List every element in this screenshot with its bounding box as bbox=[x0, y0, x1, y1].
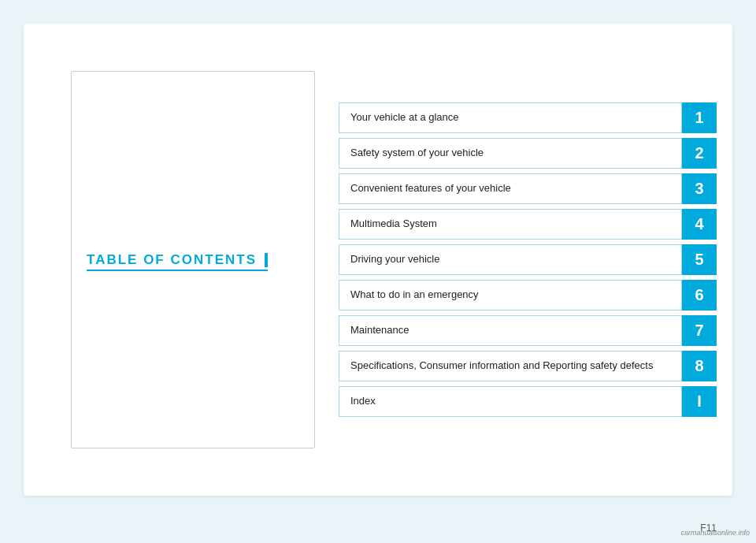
toc-number-4: 4 bbox=[682, 209, 717, 240]
toc-row[interactable]: Specifications, Consumer information and… bbox=[339, 351, 717, 381]
toc-number-2: 2 bbox=[682, 138, 717, 169]
toc-number-5: 5 bbox=[682, 244, 717, 275]
toc-title-underline bbox=[87, 270, 268, 271]
toc-title-text: TABLE OF CONTENTS bbox=[87, 252, 257, 268]
right-panel: Your vehicle at a glance1Safety system o… bbox=[331, 24, 732, 496]
toc-label-4: Multimedia System bbox=[339, 209, 682, 240]
toc-title: TABLE OF CONTENTS bbox=[87, 252, 268, 268]
toc-row[interactable]: IndexI bbox=[339, 386, 717, 417]
page-container: TABLE OF CONTENTS Your vehicle at a glan… bbox=[24, 24, 732, 496]
toc-row[interactable]: Maintenance7 bbox=[339, 315, 717, 346]
toc-row[interactable]: Convenient features of your vehicle3 bbox=[339, 173, 717, 204]
toc-number-3: 3 bbox=[682, 173, 717, 204]
toc-label-7: Maintenance bbox=[339, 315, 682, 346]
toc-row[interactable]: Your vehicle at a glance1 bbox=[339, 102, 717, 133]
toc-number-6: 6 bbox=[682, 280, 717, 311]
toc-label-9: Index bbox=[339, 386, 682, 417]
toc-number-8: 8 bbox=[682, 351, 717, 381]
toc-label-1: Your vehicle at a glance bbox=[339, 102, 682, 133]
toc-number-9: I bbox=[682, 386, 717, 417]
watermark: carmanualsonline.info bbox=[680, 529, 750, 537]
toc-cursor-icon bbox=[265, 253, 268, 267]
toc-number-1: 1 bbox=[682, 102, 717, 133]
toc-row[interactable]: Safety system of your vehicle2 bbox=[339, 138, 717, 169]
toc-label-2: Safety system of your vehicle bbox=[339, 138, 682, 169]
toc-row[interactable]: Driving your vehicle5 bbox=[339, 244, 717, 275]
toc-label-8: Specifications, Consumer information and… bbox=[339, 351, 682, 381]
toc-label-5: Driving your vehicle bbox=[339, 244, 682, 275]
toc-label-6: What to do in an emergency bbox=[339, 280, 682, 311]
toc-row[interactable]: Multimedia System4 bbox=[339, 209, 717, 240]
toc-number-7: 7 bbox=[682, 315, 717, 346]
toc-row[interactable]: What to do in an emergency6 bbox=[339, 280, 717, 311]
toc-label-3: Convenient features of your vehicle bbox=[339, 173, 682, 204]
left-panel: TABLE OF CONTENTS bbox=[24, 24, 331, 496]
